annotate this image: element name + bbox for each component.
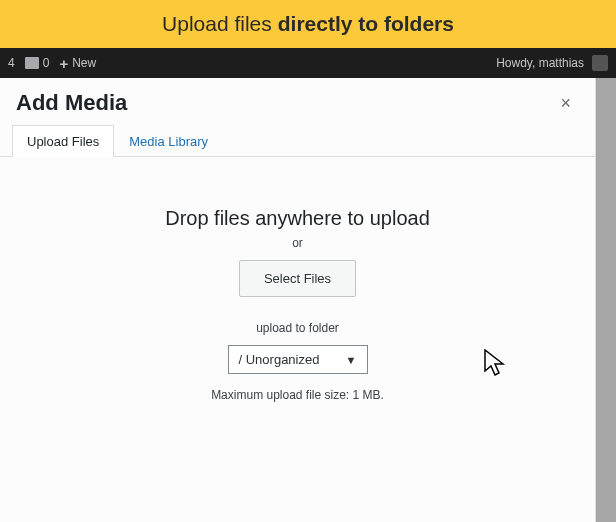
drop-text: Drop files anywhere to upload (20, 207, 575, 230)
select-files-button[interactable]: Select Files (239, 260, 356, 297)
folder-selected-value: / Unorganized (239, 352, 320, 367)
admin-howdy[interactable]: Howdy, matthias (496, 55, 608, 71)
close-icon[interactable]: × (552, 90, 579, 116)
banner-text-bold: directly to folders (278, 12, 454, 36)
add-media-modal: Add Media × Upload Files Media Library D… (0, 78, 596, 522)
banner-text-light: Upload files (162, 12, 272, 36)
modal-title: Add Media (16, 90, 127, 116)
folder-select[interactable]: / Unorganized ▼ (228, 345, 368, 374)
comment-icon (25, 57, 39, 69)
admin-comments-count: 0 (43, 56, 50, 70)
admin-comments[interactable]: 0 (25, 56, 50, 70)
promo-banner: Upload files directly to folders (0, 0, 616, 48)
admin-new[interactable]: + New (59, 56, 96, 71)
admin-bar: 4 0 + New Howdy, matthias (0, 48, 616, 78)
modal-overlay: Add Media × Upload Files Media Library D… (0, 78, 616, 522)
avatar (592, 55, 608, 71)
tab-upload-files[interactable]: Upload Files (12, 125, 114, 157)
upload-area: Drop files anywhere to upload or Select … (0, 157, 595, 422)
chevron-down-icon: ▼ (346, 354, 357, 366)
upload-folder-label: upload to folder (20, 321, 575, 335)
plus-icon: + (59, 56, 68, 71)
max-upload-size: Maximum upload file size: 1 MB. (20, 388, 575, 402)
tab-media-library[interactable]: Media Library (114, 125, 223, 157)
tabs: Upload Files Media Library (0, 116, 595, 157)
admin-new-label: New (72, 56, 96, 70)
howdy-text: Howdy, matthias (496, 56, 584, 70)
admin-count: 4 (8, 56, 15, 70)
or-text: or (20, 236, 575, 250)
